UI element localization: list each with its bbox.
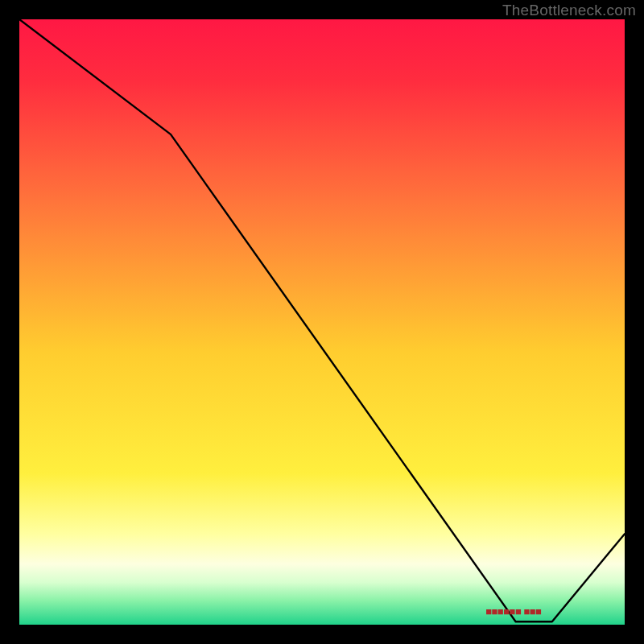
plot-gradient-bg xyxy=(19,19,625,625)
watermark-text: TheBottleneck.com xyxy=(502,2,636,19)
chart-frame: TheBottleneck.com ■■■■■■ ■■■ xyxy=(0,0,644,644)
x-tick-label: ■■■■■■ ■■■ xyxy=(485,605,541,617)
